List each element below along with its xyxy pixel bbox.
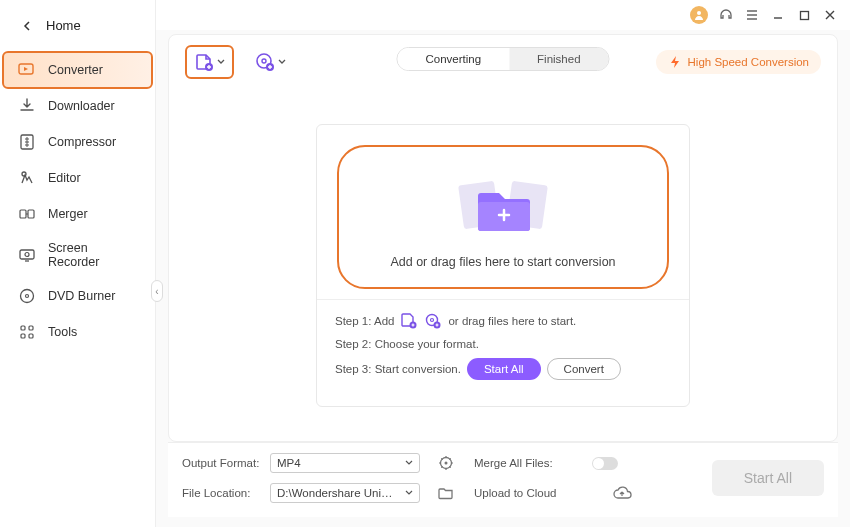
svg-point-24 <box>431 318 434 321</box>
recorder-icon <box>18 246 36 264</box>
chevron-down-icon <box>405 459 413 467</box>
add-dvd-icon <box>255 52 275 72</box>
svg-rect-11 <box>21 334 25 338</box>
start-all-button-inline[interactable]: Start All <box>467 358 541 380</box>
svg-point-8 <box>26 295 29 298</box>
downloader-icon <box>18 97 36 115</box>
sidebar-item-editor[interactable]: Editor <box>4 161 151 195</box>
footer-bar: Output Format: MP4 Merge All Files: Star… <box>168 442 838 517</box>
support-icon[interactable] <box>718 7 734 23</box>
step-1-text-a: Step 1: Add <box>335 315 394 327</box>
merge-toggle[interactable] <box>592 457 618 470</box>
sidebar-item-merger[interactable]: Merger <box>4 197 151 231</box>
main-area: Converting Finished High Speed Conversio… <box>156 0 850 527</box>
minimize-icon[interactable] <box>770 7 786 23</box>
open-folder-icon[interactable] <box>438 485 454 501</box>
content-panel: Converting Finished High Speed Conversio… <box>168 34 838 442</box>
close-icon[interactable] <box>822 7 838 23</box>
sidebar-item-downloader[interactable]: Downloader <box>4 89 151 123</box>
tab-finished[interactable]: Finished <box>509 48 608 70</box>
sidebar-item-label: Compressor <box>48 135 116 149</box>
svg-rect-14 <box>800 11 808 19</box>
file-location-value: D:\Wondershare UniConverter 1 <box>277 487 397 499</box>
maximize-icon[interactable] <box>796 7 812 23</box>
svg-rect-4 <box>28 210 34 218</box>
toolbar: Converting Finished High Speed Conversio… <box>169 35 837 89</box>
file-location-label: File Location: <box>182 487 262 499</box>
menu-icon[interactable] <box>744 7 760 23</box>
sidebar-item-label: Editor <box>48 171 81 185</box>
svg-point-6 <box>25 253 29 257</box>
sidebar-item-tools[interactable]: Tools <box>4 315 151 349</box>
editor-icon <box>18 169 36 187</box>
sidebar-item-label: Tools <box>48 325 77 339</box>
step-3-text: Step 3: Start conversion. <box>335 363 461 375</box>
home-label: Home <box>46 18 81 33</box>
svg-point-13 <box>697 11 701 15</box>
sidebar-item-label: Screen Recorder <box>48 241 137 269</box>
sidebar-item-label: DVD Burner <box>48 289 115 303</box>
svg-rect-9 <box>21 326 25 330</box>
status-tabs: Converting Finished <box>396 47 609 71</box>
add-file-button[interactable] <box>185 45 234 79</box>
add-file-icon[interactable] <box>400 312 418 330</box>
lightning-icon <box>668 55 682 69</box>
start-all-button[interactable]: Start All <box>712 460 824 496</box>
format-settings-icon[interactable] <box>438 455 454 471</box>
high-speed-toggle[interactable]: High Speed Conversion <box>656 50 821 74</box>
drop-card: Add or drag files here to start conversi… <box>316 124 690 407</box>
avatar[interactable] <box>690 6 708 24</box>
file-location-select[interactable]: D:\Wondershare UniConverter 1 <box>270 483 420 503</box>
add-dvd-button[interactable] <box>248 47 293 77</box>
svg-point-27 <box>445 462 448 465</box>
step-1: Step 1: Add or drag files here to start. <box>335 312 671 330</box>
svg-rect-12 <box>29 334 33 338</box>
dvd-icon <box>18 287 36 305</box>
step-2: Step 2: Choose your format. <box>335 338 671 350</box>
step-2-text: Step 2: Choose your format. <box>335 338 479 350</box>
center-area: Add or drag files here to start conversi… <box>169 89 837 441</box>
drop-zone-text: Add or drag files here to start conversi… <box>349 255 657 269</box>
drop-zone[interactable]: Add or drag files here to start conversi… <box>337 145 669 289</box>
chevron-down-icon <box>217 58 225 66</box>
high-speed-label: High Speed Conversion <box>688 56 809 68</box>
svg-rect-5 <box>20 250 34 259</box>
back-icon <box>22 21 32 31</box>
step-1-text-b: or drag files here to start. <box>448 315 576 327</box>
converter-icon <box>18 61 36 79</box>
home-nav[interactable]: Home <box>0 8 155 47</box>
cloud-icon[interactable] <box>592 485 652 501</box>
svg-rect-10 <box>29 326 33 330</box>
upload-label: Upload to Cloud <box>474 487 584 499</box>
merger-icon <box>18 205 36 223</box>
svg-point-2 <box>22 172 26 176</box>
output-format-label: Output Format: <box>182 457 262 469</box>
add-file-icon <box>194 52 214 72</box>
folder-illustration <box>349 169 657 241</box>
sidebar-item-converter[interactable]: Converter <box>4 53 151 87</box>
output-format-value: MP4 <box>277 457 301 469</box>
titlebar <box>156 0 850 30</box>
convert-button-inline[interactable]: Convert <box>547 358 621 380</box>
steps-panel: Step 1: Add or drag files here to start.… <box>317 299 689 406</box>
tab-converting[interactable]: Converting <box>397 48 509 70</box>
svg-rect-3 <box>20 210 26 218</box>
sidebar: Home Converter Downloader Compressor Edi… <box>0 0 156 527</box>
add-dvd-icon[interactable] <box>424 312 442 330</box>
step-3: Step 3: Start conversion. Start All Conv… <box>335 358 671 380</box>
sidebar-item-label: Merger <box>48 207 88 221</box>
chevron-down-icon <box>405 489 413 497</box>
sidebar-item-compressor[interactable]: Compressor <box>4 125 151 159</box>
sidebar-item-label: Downloader <box>48 99 115 113</box>
sidebar-collapse-handle[interactable]: ‹ <box>151 280 163 302</box>
svg-point-7 <box>21 290 34 303</box>
compressor-icon <box>18 133 36 151</box>
sidebar-item-screen-recorder[interactable]: Screen Recorder <box>4 233 151 277</box>
merge-label: Merge All Files: <box>474 457 584 469</box>
chevron-down-icon <box>278 58 286 66</box>
sidebar-item-dvd-burner[interactable]: DVD Burner <box>4 279 151 313</box>
svg-point-17 <box>262 59 266 63</box>
sidebar-item-label: Converter <box>48 63 103 77</box>
tools-icon <box>18 323 36 341</box>
output-format-select[interactable]: MP4 <box>270 453 420 473</box>
